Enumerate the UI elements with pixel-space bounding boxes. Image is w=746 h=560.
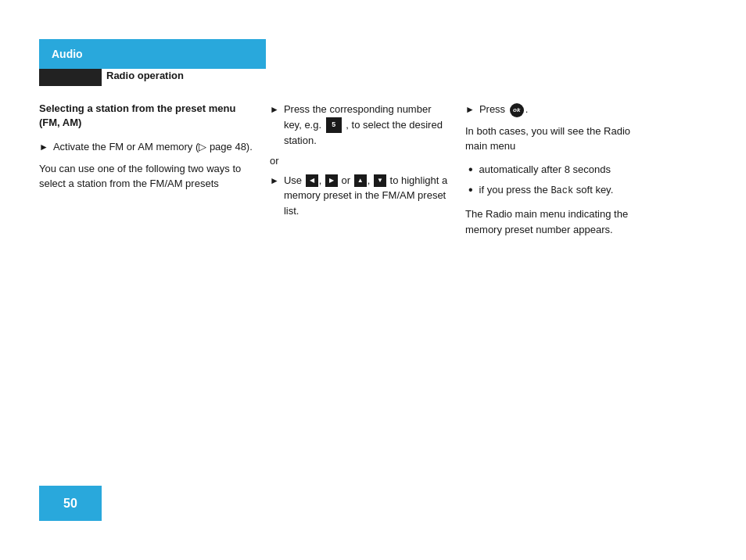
left-arrow-icon	[306, 174, 318, 187]
dot-bullet-1: •	[468, 162, 473, 178]
col3-dot1: • automatically after 8 seconds	[465, 162, 645, 178]
col1-bullet1: ► Activate the FM or AM memory (▷ page 4…	[39, 139, 254, 155]
section-title: Audio	[52, 48, 83, 60]
col1-body-text: You can use one of the following two way…	[39, 161, 254, 192]
press-label: Press	[479, 103, 505, 115]
or-label: or	[270, 155, 450, 167]
col2-bullet2: ► Use , or , to highlight a memory prese…	[270, 173, 450, 219]
page-number: 50	[63, 497, 77, 511]
col2-bullet1-text: Press the corresponding number key, e.g.…	[284, 102, 450, 149]
dot-bullet-2: •	[468, 182, 473, 199]
bullet-arrow-1: ►	[39, 140, 48, 155]
column-2: ► Press the corresponding number key, e.…	[270, 102, 465, 237]
dot2-prefix: if you press the	[479, 184, 548, 196]
col3-press-text: Press .	[479, 102, 528, 117]
main-content: Selecting a station from the preset menu…	[39, 102, 707, 237]
column-3: ► Press . In both cases, you will see th…	[465, 102, 645, 237]
ok-button-icon	[510, 103, 524, 117]
page-number-box: 50	[39, 486, 102, 521]
col2-bullet2-text: Use , or , to highlight a memory preset …	[284, 173, 450, 219]
col3-body2: The Radio main menu indicating the memor…	[465, 206, 645, 237]
subsection-label: Radio operation	[106, 70, 184, 81]
col3-dot1-text: automatically after 8 seconds	[479, 162, 611, 178]
col3-dot2-text: if you press the Back soft key.	[479, 182, 614, 199]
subsection-bar	[39, 69, 102, 86]
col3-body1: In both cases, you will see the Radio ma…	[465, 124, 645, 154]
col1-bullet1-text: Activate the FM or AM memory (▷ page 48)…	[53, 139, 253, 155]
column-1: Selecting a station from the preset menu…	[39, 102, 270, 237]
col1-section-title: Selecting a station from the preset menu…	[39, 102, 254, 130]
bullet-arrow-4: ►	[465, 102, 475, 117]
col3-press-item: ► Press .	[465, 102, 645, 117]
bullet-arrow-3: ►	[270, 174, 279, 219]
or-connector: or	[342, 174, 353, 186]
dot2-suffix: soft key.	[576, 184, 613, 196]
bullet-arrow-2: ►	[270, 102, 279, 149]
up-arrow-icon	[354, 174, 367, 187]
col2-b2-prefix: Use	[284, 174, 302, 186]
right-arrow-icon	[325, 174, 338, 187]
col2-bullet1: ► Press the corresponding number key, e.…	[270, 102, 450, 149]
number-key-icon	[326, 117, 342, 133]
col3-dot2: • if you press the Back soft key.	[465, 182, 645, 199]
back-key-label: Back	[551, 185, 573, 196]
down-arrow-icon	[374, 174, 386, 187]
section-header: Audio	[39, 39, 266, 69]
